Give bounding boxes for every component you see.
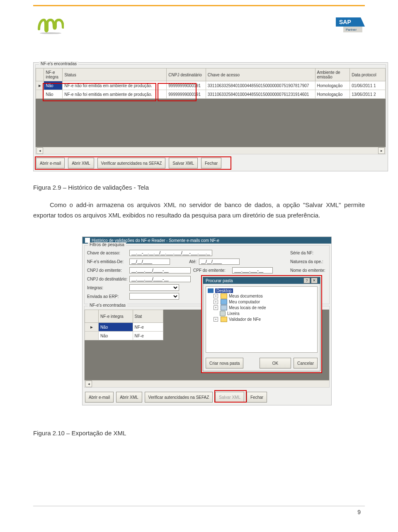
header-logos: SAP Partner xyxy=(37,15,365,36)
desktop-icon xyxy=(208,288,214,293)
criar-pasta-button[interactable]: Criar nova pasta xyxy=(206,358,243,368)
close-icon[interactable]: ✕ xyxy=(311,278,318,283)
une-logo xyxy=(37,15,64,36)
table-row[interactable]: Não NF-e não foi emitida em ambiente de … xyxy=(36,90,386,99)
fechar-button[interactable]: Fechar xyxy=(201,158,221,168)
expand-icon[interactable]: + xyxy=(214,305,218,310)
svg-point-0 xyxy=(40,32,61,34)
action-buttons-row: Abrir e-mail Abrir XML Verificar autenci… xyxy=(34,155,388,171)
figure-2-10-screenshot: Histórico de validações do NF-e Reader -… xyxy=(82,237,332,405)
computer-icon xyxy=(221,299,227,305)
table-row[interactable]: Não NF-e xyxy=(85,332,163,340)
input-chave[interactable] xyxy=(129,250,212,256)
dialog-titlebar: Procurar pasta ? ✕ xyxy=(203,277,320,284)
sap-partner-logo: SAP Partner xyxy=(336,15,365,34)
page-number: 9 xyxy=(357,509,361,515)
input-cnpj-dest[interactable] xyxy=(129,276,191,282)
col-integra[interactable]: NF-e integra xyxy=(44,68,63,81)
nfe-grid: NF-e integra Status CNPJ destinatário Ch… xyxy=(36,68,386,99)
input-cnpj-emit[interactable] xyxy=(129,267,191,273)
col-ambiente[interactable]: Ambiente de emissão xyxy=(315,68,350,81)
label-enviada-erp: Enviada ao ERP: xyxy=(87,294,129,299)
label-chave: Chave de acesso: xyxy=(87,251,129,255)
col-cnpj[interactable]: CNPJ destinatário xyxy=(167,68,206,81)
input-emitidas-de[interactable] xyxy=(129,259,170,265)
folder-tree[interactable]: Desktop + Meus documentos + Meu computad… xyxy=(206,286,318,353)
nfe-encontradas-label-2: NF-e's encontradas xyxy=(88,303,127,307)
select-integras[interactable] xyxy=(129,284,179,291)
figure-2-10-caption: Figura 2.10 – Exportação de XML xyxy=(33,428,365,439)
label-emitidas: NF-e's emitidas-De: xyxy=(87,259,129,264)
col-status[interactable]: Status xyxy=(63,68,167,81)
expand-icon[interactable]: + xyxy=(214,317,218,322)
nfe-grid-2: NF-e integra Stat ▸ Não NF-e Não xyxy=(85,310,163,340)
salvar-xml-button[interactable]: Salvar XML xyxy=(215,392,244,403)
dialog-title-text: Procurar pasta xyxy=(206,278,233,283)
tree-meus-locais-rede[interactable]: + Meus locais de rede xyxy=(208,305,315,310)
nfe-encontradas-group: NF-e's encontradas NF-e integra Status C… xyxy=(35,64,386,154)
body-paragraph: Como o add-in armazena os arquivos XML n… xyxy=(33,200,365,221)
salvar-xml-button[interactable]: Salvar XML xyxy=(169,158,198,168)
label-nome: Nome do emitente: xyxy=(290,268,327,273)
top-accent-bar xyxy=(33,5,365,6)
expand-icon[interactable]: + xyxy=(214,294,218,298)
scroll-right-icon[interactable]: ▸ xyxy=(378,147,385,154)
tree-lixeira[interactable]: Lixeira xyxy=(208,311,315,316)
label-cnpj-emit: CNPJ do emitente: xyxy=(87,268,129,273)
filtros-label: Filtros de pesquisa xyxy=(88,242,126,247)
window-title-text: Histórico de validações do NF-e Reader -… xyxy=(92,238,219,243)
cancelar-button[interactable]: Cancelar xyxy=(294,358,318,368)
grid2-scrollbar[interactable]: ◂ xyxy=(85,380,329,387)
table-row[interactable]: ▸ Não NF-e não foi emitida em ambiente d… xyxy=(36,81,386,90)
col-chave[interactable]: Chave de acesso xyxy=(206,68,315,81)
action-buttons-row-2: Abrir e-mail Abrir XML Verificar autenci… xyxy=(83,389,331,405)
folder-icon xyxy=(221,293,227,299)
label-ate: Até: xyxy=(170,259,199,264)
abrir-xml-button[interactable]: Abrir XML xyxy=(68,158,94,168)
tree-meu-computador[interactable]: + Meu computador xyxy=(208,299,315,305)
abrir-email-button[interactable]: Abrir e-mail xyxy=(36,158,65,168)
footer-divider xyxy=(33,506,365,506)
grid-horizontal-scrollbar[interactable]: ◂ ▸ xyxy=(36,147,386,154)
figure-2-9-screenshot: NF-e's encontradas NF-e integra Status C… xyxy=(33,62,388,171)
col2-integra[interactable]: NF-e integra xyxy=(99,310,133,323)
verificar-sefaz-button[interactable]: Verificar autencidades na SEFAZ xyxy=(145,392,213,403)
select-enviada-erp[interactable] xyxy=(129,293,179,300)
label-cpf-emit: CPF do emitente: xyxy=(191,268,232,273)
label-serie: Série da NF: xyxy=(290,251,327,255)
svg-text:SAP: SAP xyxy=(339,19,351,25)
scroll-left-icon[interactable]: ◂ xyxy=(36,147,43,154)
trash-icon xyxy=(220,311,226,316)
tree-meus-documentos[interactable]: + Meus documentos xyxy=(208,293,315,299)
abrir-email-button[interactable]: Abrir e-mail xyxy=(85,392,114,403)
label-integras: Integras: xyxy=(87,286,129,290)
ok-button[interactable]: OK xyxy=(260,358,291,368)
input-cpf-emit[interactable] xyxy=(232,267,273,273)
expand-icon[interactable]: + xyxy=(214,300,218,304)
procurar-pasta-dialog: Procurar pasta ? ✕ Desktop + Meus docume… xyxy=(201,275,322,373)
tree-desktop[interactable]: Desktop xyxy=(208,288,315,293)
folder-icon xyxy=(221,317,227,322)
verificar-sefaz-button[interactable]: Verificar autencidades na SEFAZ xyxy=(97,158,166,168)
abrir-xml-button[interactable]: Abrir XML xyxy=(116,392,142,403)
scroll-left-icon[interactable]: ◂ xyxy=(85,381,92,387)
help-icon[interactable]: ? xyxy=(303,278,310,283)
label-cnpj-dest: CNPJ do destinatário: xyxy=(87,277,129,281)
figure-2-9-caption: Figura 2.9 – Histórico de validações - T… xyxy=(33,183,365,193)
col-data[interactable]: Data protocol xyxy=(350,68,386,81)
table-row[interactable]: ▸ Não NF-e xyxy=(85,323,163,332)
nfe-encontradas-label: NF-e's encontradas xyxy=(39,61,78,66)
network-icon xyxy=(221,305,227,310)
col2-stat[interactable]: Stat xyxy=(133,310,163,323)
tree-validador-nfe[interactable]: + Validador de NFe xyxy=(208,317,315,322)
svg-text:Partner: Partner xyxy=(346,28,357,32)
label-natureza: Natureza da ope.: xyxy=(290,259,327,264)
fechar-button[interactable]: Fechar xyxy=(247,392,267,403)
input-emitidas-ate[interactable] xyxy=(199,259,240,265)
